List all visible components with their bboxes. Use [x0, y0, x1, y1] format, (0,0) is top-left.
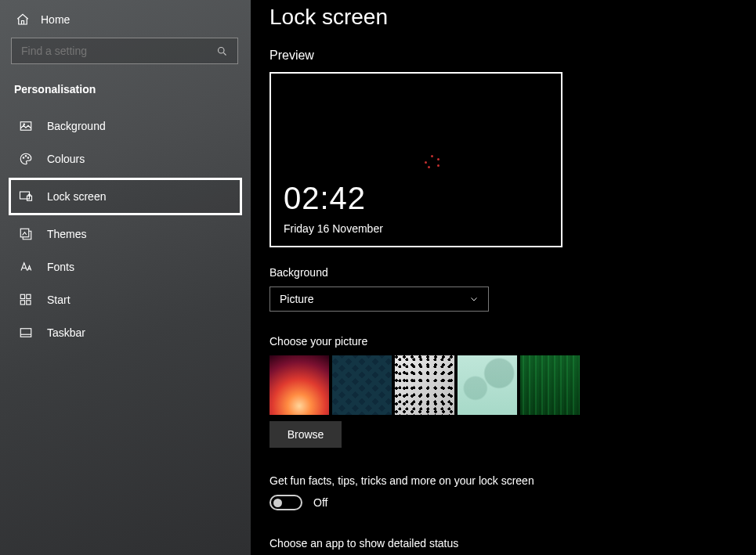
start-icon — [19, 293, 33, 307]
nav-item-themes[interactable]: Themes — [11, 218, 240, 250]
svg-point-4 — [23, 157, 24, 159]
preview-label: Preview — [269, 49, 737, 63]
svg-point-5 — [25, 156, 27, 157]
nav-item-label: Lock screen — [47, 190, 106, 203]
background-label: Background — [269, 266, 737, 279]
detailed-status-label: Choose an app to show detailed status — [269, 537, 737, 550]
page-title: Lock screen — [269, 0, 737, 44]
browse-button[interactable]: Browse — [269, 421, 342, 448]
lock-screen-icon — [19, 189, 33, 204]
picture-icon — [19, 119, 33, 133]
home-button[interactable]: Home — [11, 9, 240, 38]
search-input[interactable] — [21, 45, 216, 57]
themes-icon — [19, 227, 33, 241]
background-select-value: Picture — [280, 293, 314, 305]
nav-item-label: Taskbar — [47, 326, 85, 339]
svg-rect-10 — [20, 294, 24, 298]
picture-thumbnails — [269, 355, 737, 415]
nav-item-start[interactable]: Start — [11, 283, 240, 316]
fun-facts-state: Off — [313, 496, 327, 509]
home-label: Home — [41, 13, 70, 26]
nav-item-fonts[interactable]: Fonts — [11, 250, 240, 283]
svg-point-3 — [24, 124, 25, 125]
picture-thumb-2[interactable] — [332, 355, 392, 415]
nav-item-label: Background — [47, 120, 106, 132]
svg-rect-12 — [20, 301, 24, 305]
search-box[interactable] — [11, 38, 238, 64]
nav-item-label: Colours — [47, 153, 85, 165]
chevron-down-icon — [469, 294, 479, 304]
picture-thumb-3[interactable] — [395, 355, 454, 415]
svg-rect-13 — [27, 301, 31, 305]
palette-icon — [19, 152, 33, 166]
sidebar: Home Personalisation Background Colours — [0, 0, 251, 555]
fonts-icon — [19, 260, 33, 274]
main-content: Lock screen Preview 02:42 Friday 16 Nove… — [251, 0, 756, 555]
svg-rect-14 — [20, 329, 31, 337]
lock-screen-preview: 02:42 Friday 16 November — [269, 72, 562, 247]
nav-item-colours[interactable]: Colours — [11, 142, 240, 175]
svg-point-0 — [219, 47, 225, 53]
preview-time: 02:42 — [284, 181, 366, 216]
search-icon — [216, 45, 228, 57]
picture-thumb-1[interactable] — [269, 355, 329, 415]
svg-line-1 — [223, 52, 226, 55]
choose-picture-label: Choose your picture — [269, 335, 737, 348]
picture-thumb-5[interactable] — [520, 355, 580, 415]
svg-point-6 — [27, 157, 29, 159]
toggle-knob — [273, 499, 282, 507]
loading-spinner-icon — [423, 155, 442, 174]
svg-rect-11 — [27, 294, 31, 298]
home-icon — [16, 13, 30, 27]
fun-facts-label: Get fun facts, tips, tricks and more on … — [269, 474, 737, 487]
fun-facts-toggle[interactable] — [269, 495, 302, 510]
section-title: Personalisation — [11, 80, 240, 110]
nav-item-label: Themes — [47, 228, 87, 240]
nav-item-taskbar[interactable]: Taskbar — [11, 316, 240, 349]
taskbar-icon — [19, 326, 33, 340]
svg-rect-2 — [20, 122, 31, 131]
background-select[interactable]: Picture — [269, 287, 489, 312]
picture-thumb-4[interactable] — [458, 355, 517, 415]
nav-item-lock-screen[interactable]: Lock screen — [11, 180, 240, 213]
nav-item-background[interactable]: Background — [11, 110, 240, 142]
nav-item-label: Fonts — [47, 261, 74, 273]
preview-date: Friday 16 November — [284, 222, 383, 235]
nav-item-label: Start — [47, 294, 71, 306]
